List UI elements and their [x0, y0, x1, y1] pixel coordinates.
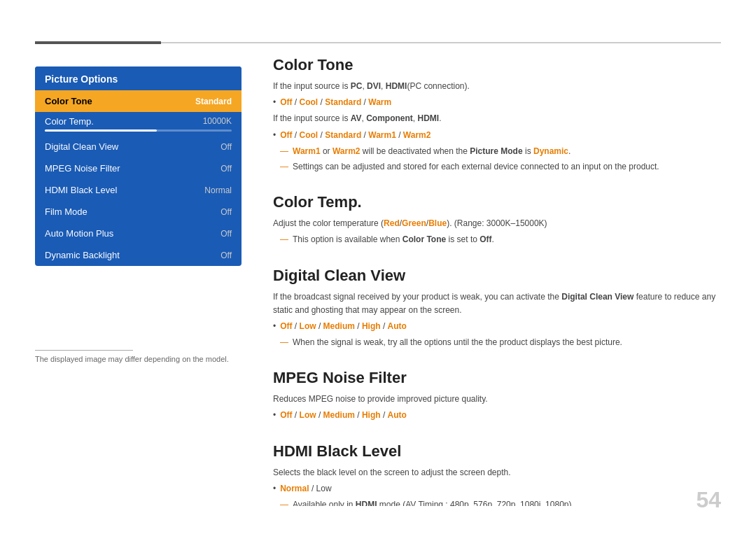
panel-title: Picture Options	[35, 66, 241, 90]
dcv-note: ― When the signal is weak, try all the o…	[280, 336, 728, 349]
footnote-divider	[35, 350, 133, 351]
top-bar	[35, 42, 721, 43]
mpeg-body: Reduces MPEG noise to provide improved p…	[273, 393, 728, 422]
menu-item-film-mode[interactable]: Film Mode Off	[35, 201, 241, 223]
hdmi-note: ― Available only in HDMI mode (AV Timing…	[280, 498, 728, 506]
section-mpeg-noise: MPEG Noise Filter Reduces MPEG noise to …	[273, 369, 728, 422]
dcv-label: Digital Clean View	[45, 141, 118, 152]
ct-line2: If the input source is AV, Component, HD…	[273, 112, 728, 125]
dcv-note-text: When the signal is weak, try all the opt…	[293, 336, 622, 349]
menu-item-color-tone[interactable]: Color Tone Standard	[35, 90, 241, 112]
hdmi-note-text: Available only in HDMI mode (AV Timing :…	[293, 498, 574, 506]
menu-item-label: Color Tone	[45, 96, 92, 106]
mpeg-label: MPEG Noise Filter	[45, 163, 120, 174]
hdmi-bullet: • Normal / Low	[273, 482, 728, 496]
ct-note2-text: Settings can be adjusted and stored for …	[293, 160, 659, 174]
slider-track	[45, 129, 232, 132]
amp-value: Off	[220, 229, 232, 239]
ct-note1: ― Warm1 or Warm2 will be deactivated whe…	[280, 145, 728, 158]
mpeg-line1: Reduces MPEG noise to provide improved p…	[273, 393, 728, 406]
color-temp-value: 10000K	[203, 116, 232, 127]
menu-item-auto-motion[interactable]: Auto Motion Plus Off	[35, 223, 241, 244]
mpeg-title: MPEG Noise Filter	[273, 369, 728, 387]
section-hdmi-black: HDMI Black Level Selects the black level…	[273, 442, 728, 506]
hdmi-label: HDMI Black Level	[45, 185, 117, 195]
mpeg-dot: •	[273, 409, 276, 422]
mpeg-options: Off / Low / Medium / High / Auto	[280, 409, 407, 422]
ct-line1: If the input source is PC, DVI, HDMI(PC …	[273, 80, 728, 93]
menu-item-hdmi-black[interactable]: HDMI Black Level Normal	[35, 179, 241, 201]
amp-label: Auto Motion Plus	[45, 228, 113, 239]
film-label: Film Mode	[45, 206, 88, 217]
bullet-dot: •	[273, 96, 276, 109]
slider-fill	[45, 129, 157, 132]
right-content: Color Tone If the input source is PC, DV…	[273, 56, 728, 506]
note-dash5: ―	[280, 498, 288, 506]
db-label: Dynamic Backlight	[45, 250, 120, 260]
menu-item-mpeg-noise[interactable]: MPEG Noise Filter Off	[35, 157, 241, 179]
page-number: 54	[696, 487, 721, 513]
note-dash4: ―	[280, 336, 288, 349]
ct-note2: ― Settings can be adjusted and stored fo…	[280, 160, 728, 174]
menu-item-dynamic-backlight[interactable]: Dynamic Backlight Off	[35, 244, 241, 266]
bullet-dot2: •	[273, 129, 276, 142]
color-tone-body: If the input source is PC, DVI, HDMI(PC …	[273, 80, 728, 174]
note-dash: ―	[280, 145, 288, 158]
mpeg-bullet: • Off / Low / Medium / High / Auto	[273, 409, 728, 422]
menu-item-digital-clean-view[interactable]: Digital Clean View Off	[35, 136, 241, 157]
mpeg-value: Off	[220, 164, 232, 174]
ct-options2: Off / Cool / Standard / Warm1 / Warm2	[280, 129, 430, 142]
color-temp-label: Color Temp.	[45, 116, 94, 127]
hdmi-value: Normal	[204, 185, 232, 195]
menu-item-value: Standard	[195, 97, 232, 106]
ctmp-note-text: This option is available when Color Tone…	[293, 233, 494, 246]
picture-options-panel: Picture Options Color Tone Standard Colo…	[35, 66, 241, 266]
note-dash2: ―	[280, 160, 288, 174]
dcv-dot: •	[273, 320, 276, 333]
ctmp-line1: Adjust the color temperature (Red/Green/…	[273, 217, 728, 230]
ct-options1: Off / Cool / Standard / Warm	[280, 96, 391, 109]
hdmi-dot: •	[273, 482, 276, 496]
color-temp-slider[interactable]	[45, 129, 232, 132]
dcv-title: Digital Clean View	[273, 267, 728, 285]
hdmi-black-title: HDMI Black Level	[273, 442, 728, 461]
ct-note-text: Warm1 or Warm2 will be deactivated when …	[293, 145, 570, 158]
footnote-area: The displayed image may differ depending…	[35, 350, 241, 363]
dcv-options: Off / Low / Medium / High / Auto	[280, 320, 407, 333]
section-color-tone: Color Tone If the input source is PC, DV…	[273, 56, 728, 174]
section-color-temp: Color Temp. Adjust the color temperature…	[273, 193, 728, 246]
note-dash3: ―	[280, 233, 288, 246]
hdmi-options: Normal / Low	[280, 482, 331, 496]
ctmp-note: ― This option is available when Color To…	[280, 233, 728, 246]
menu-item-color-temp[interactable]: Color Temp. 10000K	[35, 112, 241, 136]
dcv-body: If the broadcast signal received by your…	[273, 290, 728, 350]
hdmi-black-body: Selects the black level on the screen to…	[273, 466, 728, 506]
color-tone-title: Color Tone	[273, 56, 728, 74]
ct-bullet2: • Off / Cool / Standard / Warm1 / Warm2	[273, 129, 728, 142]
color-temp-title: Color Temp.	[273, 193, 728, 211]
top-bar-accent	[35, 41, 161, 44]
hdmi-line1: Selects the black level on the screen to…	[273, 466, 728, 479]
ct-bullet1: • Off / Cool / Standard / Warm	[273, 96, 728, 109]
film-value: Off	[220, 207, 232, 217]
section-digital-clean-view: Digital Clean View If the broadcast sign…	[273, 267, 728, 350]
footnote-text: The displayed image may differ depending…	[35, 355, 241, 363]
dcv-value: Off	[220, 142, 232, 152]
db-value: Off	[220, 251, 232, 260]
dcv-bullet: • Off / Low / Medium / High / Auto	[273, 320, 728, 333]
dcv-line1: If the broadcast signal received by your…	[273, 290, 728, 317]
color-temp-body: Adjust the color temperature (Red/Green/…	[273, 217, 728, 246]
